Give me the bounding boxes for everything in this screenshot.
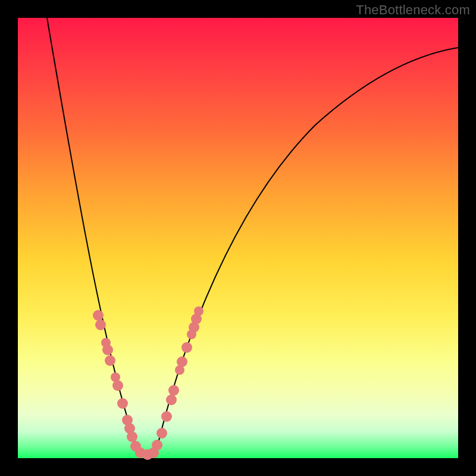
curve-group: [47, 18, 458, 455]
data-point: [117, 398, 128, 409]
data-point: [156, 428, 167, 439]
data-point: [112, 380, 123, 391]
data-point: [194, 306, 203, 316]
data-point: [177, 356, 187, 367]
data-point: [102, 345, 113, 355]
chart-svg: [18, 18, 458, 458]
curve-right-branch: [155, 48, 458, 455]
data-point: [95, 320, 106, 330]
data-point: [181, 342, 192, 353]
data-points-group: [93, 306, 203, 460]
curve-left-branch: [47, 18, 140, 455]
watermark-text: TheBottleneck.com: [356, 2, 470, 18]
data-point: [93, 310, 104, 321]
data-point: [168, 385, 179, 396]
data-point: [152, 440, 162, 450]
plot-area: [18, 18, 458, 458]
data-point: [127, 431, 137, 442]
data-point: [105, 355, 115, 366]
chart-frame: TheBottleneck.com: [0, 0, 476, 476]
data-point: [161, 411, 172, 422]
data-point: [166, 394, 177, 405]
